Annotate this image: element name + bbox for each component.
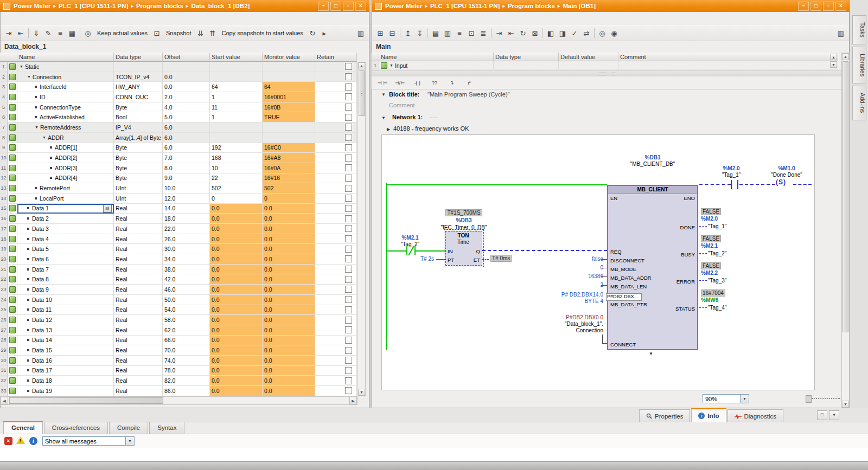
breadcrumb-item[interactable]: Program blocks — [136, 3, 183, 9]
db-table-row[interactable]: 11ADDR[3]Byte8.01016#0A — [0, 163, 357, 173]
data-type-cell[interactable]: CONN_OUC — [114, 92, 163, 102]
disconnect-value[interactable]: false — [553, 256, 603, 262]
start-value-cell[interactable]: 0.0 — [210, 356, 263, 366]
pin-mb-mode[interactable]: MB_MODE — [610, 266, 636, 272]
data-type-cell[interactable]: Real — [114, 386, 163, 396]
side-tab-tasks[interactable]: Tasks — [852, 15, 866, 44]
connect-pointer-value[interactable]: P#DB2.DBX0.0 — [553, 314, 603, 320]
name-cell[interactable]: ▼Static — [17, 62, 114, 72]
row-number[interactable]: 28 — [0, 336, 8, 346]
error-tag[interactable]: "Tag_3" — [708, 278, 726, 284]
info-circle-icon[interactable]: i — [29, 437, 37, 445]
tab-diagnostics[interactable]: Diagnostics — [727, 409, 783, 422]
db-table-row[interactable]: 9ADDR[1]Byte6.019216#C0 — [0, 143, 357, 153]
breadcrumb-item[interactable]: Power Meter — [14, 3, 50, 9]
delete-network-icon[interactable]: ⊟ — [386, 27, 398, 39]
breadcrumb-item[interactable]: Main [OB1] — [563, 3, 596, 9]
name-cell[interactable]: Data 13 — [17, 325, 114, 336]
row-number[interactable]: 17 — [0, 224, 8, 234]
network-comment-expander-icon[interactable]: ▶ — [387, 127, 390, 132]
edit-values-icon[interactable]: ✎ — [42, 27, 54, 39]
mb-data-ptr-value[interactable]: P# DB2.DBX14.0 — [553, 292, 603, 298]
data-type-cell[interactable]: Byte — [114, 153, 163, 163]
expand-pins-icon[interactable]: ▼ — [649, 351, 653, 356]
row-number[interactable]: 7 — [0, 123, 8, 133]
data-type-cell[interactable]: Real — [114, 336, 163, 346]
name-cell[interactable]: Data 14 — [17, 336, 114, 346]
db-table-row[interactable]: 2▼ConnectionTCON_IP_v40.0 — [0, 72, 357, 82]
retain-checkbox[interactable] — [345, 387, 352, 394]
row-number[interactable]: 15 — [0, 204, 8, 214]
cell-detail-button[interactable]: ▤ — [103, 204, 112, 213]
row-number[interactable]: 31 — [0, 366, 8, 376]
done-tag[interactable]: "Tag_1" — [708, 223, 726, 229]
interface-scroll-up[interactable]: ▲ — [830, 54, 837, 60]
open-branch-icon[interactable]: ↴ — [444, 78, 459, 88]
breadcrumb-item[interactable]: PLC_1 [CPU 1511-1 PN] — [59, 3, 128, 9]
col-default-value[interactable]: Default value — [559, 53, 618, 61]
start-value-cell[interactable]: 0.0 — [210, 274, 263, 285]
row-number[interactable]: 32 — [0, 376, 8, 386]
chevron-down-icon[interactable]: ▼ — [125, 437, 134, 445]
expanded-mode-icon[interactable]: ▦ — [66, 27, 78, 39]
set-coil-m1-0[interactable]: (S) — [776, 179, 786, 185]
name-cell[interactable]: Data 15 — [17, 345, 114, 356]
col-start-value[interactable]: Start value — [210, 53, 263, 62]
db-table-row[interactable]: 22Data 8Real42.00.00.0 — [0, 274, 357, 285]
name-cell[interactable]: Data 16 — [17, 356, 114, 366]
row-number[interactable]: 14 — [0, 194, 8, 204]
mb-data-ptr-size[interactable]: BYTE 4 — [553, 298, 603, 304]
float-button[interactable]: ▫ — [823, 2, 834, 11]
db-table-row[interactable]: 27Data 13Real62.00.00.0 — [0, 325, 357, 336]
row-number[interactable]: 20 — [0, 254, 8, 265]
mb-mode-value[interactable]: 0 — [553, 265, 603, 271]
retain-checkbox[interactable] — [345, 235, 352, 242]
pin-et[interactable]: ET — [474, 257, 480, 263]
pin-mb-data-addr[interactable]: MB_DATA_ADDR — [610, 275, 652, 281]
data-type-cell[interactable]: UInt — [114, 183, 163, 194]
pt-constant[interactable]: T# 2s — [412, 256, 434, 262]
start-value-cell[interactable] — [210, 123, 263, 133]
start-value-cell[interactable]: 0.0 — [210, 325, 263, 336]
retain-checkbox[interactable] — [345, 144, 352, 151]
operand-view-icon[interactable]: ▥ — [442, 27, 454, 39]
row-number[interactable]: 12 — [0, 173, 8, 184]
name-cell[interactable]: InterfaceId — [17, 82, 114, 92]
col-data-type[interactable]: Data type — [114, 53, 163, 62]
db-table-row[interactable]: 29Data 15Real70.00.00.0 — [0, 345, 357, 356]
keep-actual-values-button[interactable]: Keep actual values — [94, 27, 151, 39]
data-type-cell[interactable]: Real — [114, 224, 163, 234]
start-value-cell[interactable]: 0.0 — [210, 234, 263, 244]
close-branch-icon[interactable]: ↱ — [462, 78, 477, 88]
name-cell[interactable]: Data 3 — [17, 224, 114, 234]
retain-checkbox[interactable] — [345, 104, 352, 111]
retain-checkbox[interactable] — [345, 114, 352, 121]
col-comment[interactable]: Comment — [618, 53, 838, 61]
db-table-row[interactable]: 24Data 10Real50.00.00.0 — [0, 295, 357, 305]
move-up-icon[interactable]: ↥ — [402, 27, 414, 39]
tab-syntax[interactable]: Syntax — [149, 422, 184, 434]
start-value-cell[interactable]: 168 — [210, 153, 263, 163]
retain-checkbox[interactable] — [345, 367, 352, 374]
row-number[interactable]: 25 — [0, 305, 8, 316]
pin-disconnect[interactable]: DISCONNECT — [610, 257, 644, 263]
data-type-cell[interactable]: Real — [114, 295, 163, 305]
start-value-cell[interactable]: 192 — [210, 143, 263, 153]
message-filter-select[interactable]: Show all messages ▼ — [42, 436, 135, 446]
row-number[interactable]: 11 — [0, 163, 8, 173]
connect-db-name[interactable]: "Data_block_1". — [553, 321, 603, 327]
row-number[interactable]: 10 — [0, 153, 8, 163]
db-table-row[interactable]: 4IDCONN_OUC2.0116#0001 — [0, 92, 357, 102]
data-type-cell[interactable]: Byte — [114, 143, 163, 153]
start-value-cell[interactable]: 0.0 — [210, 244, 263, 254]
mb-client-block[interactable]: MB_CLIENT EN ENO REQ DISCONNECT MB_MODE … — [607, 185, 698, 350]
status-operand[interactable]: %MW6 — [701, 297, 718, 303]
data-type-cell[interactable]: Real — [114, 366, 163, 376]
db-table-row[interactable]: 19Data 5Real30.00.00.0 — [0, 244, 357, 254]
data-type-cell[interactable]: Real — [114, 376, 163, 386]
collapse-inspector-button[interactable]: ▾ — [829, 410, 839, 420]
name-cell[interactable]: ADDR[3] — [17, 163, 114, 173]
row-number[interactable]: 33 — [0, 386, 8, 396]
pin-connect[interactable]: CONNECT — [610, 342, 636, 347]
row-number[interactable]: 13 — [0, 183, 8, 194]
